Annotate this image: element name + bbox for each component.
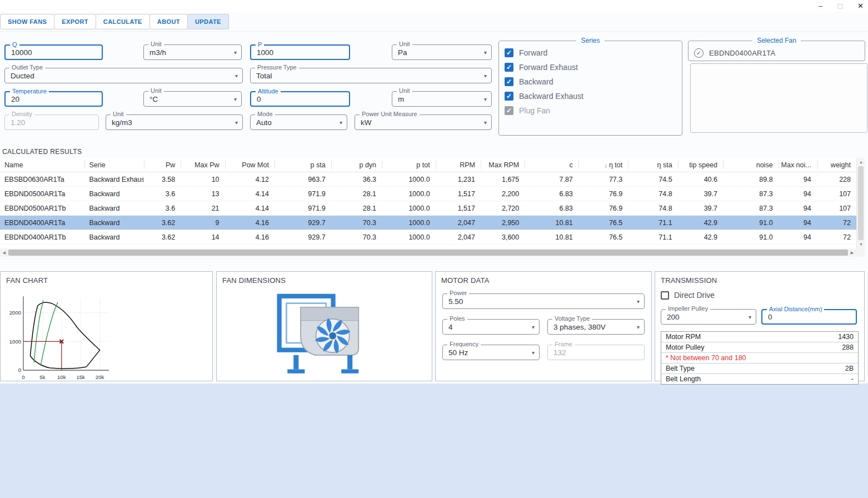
column-header-rpm[interactable]: RPM [436, 158, 481, 172]
scroll-right-icon[interactable]: ▶ [848, 248, 856, 257]
table-cell: 71.1 [628, 216, 677, 230]
table-cell: 4.16 [225, 216, 275, 230]
table-cell: 71.1 [628, 230, 677, 245]
direct-drive-option[interactable]: Direct Drive [661, 291, 859, 300]
column-header-weight[interactable]: weight [817, 158, 856, 172]
field-label: Unit [397, 41, 412, 47]
toolbar-button-export[interactable]: EXPORT [54, 14, 96, 29]
direct-drive-checkbox-icon [661, 291, 669, 300]
table-cell: 28.1 [331, 187, 382, 201]
series-option-backward[interactable]: ✓Backward [505, 74, 676, 89]
mode-select[interactable]: Mode Auto ▾ [250, 114, 347, 130]
horizontal-scrollbar[interactable]: ◀ ▶ [0, 248, 856, 257]
column-header-c[interactable]: c [525, 158, 578, 172]
pressure-type-select[interactable]: Pressure Type Total ▾ [250, 68, 492, 83]
frequency-select[interactable]: Frequency 50 Hz ▾ [442, 345, 540, 360]
table-cell: 1000.0 [382, 187, 436, 201]
table-row[interactable]: EBDND0500AR1TbBackward3.6214.14971.928.1… [0, 201, 856, 216]
density-unit-select[interactable]: Unit kg/m3 ▾ [106, 114, 243, 130]
table-cell: Backward [84, 187, 144, 201]
scroll-down-icon[interactable]: ▼ [857, 240, 865, 248]
outlet-type-select[interactable]: Outlet Type Ducted ▾ [4, 68, 243, 83]
column-header-sta[interactable]: η sta [628, 158, 677, 172]
column-header-p-tot[interactable]: p tot [382, 158, 436, 172]
field-label: Density [9, 111, 34, 117]
column-header-pow-mot[interactable]: Pow Mot [225, 158, 275, 172]
vertical-scroll-thumb[interactable] [858, 166, 864, 240]
impeller-pulley-select[interactable]: Impeller Pulley 200 ▾ [661, 309, 756, 325]
flow-unit-select[interactable]: Unit m3/h ▾ [143, 44, 242, 60]
field-value: 1.20 [11, 118, 25, 127]
altitude-unit-select[interactable]: Unit m ▾ [392, 91, 492, 107]
power-select[interactable]: Power 5.50 ▾ [442, 293, 645, 309]
field-value: 20 [11, 95, 19, 103]
table-cell: 7.87 [525, 172, 578, 187]
table-cell: 2,950 [481, 216, 525, 230]
column-header-pw[interactable]: Pw [144, 158, 181, 172]
field-value: 0 [257, 95, 261, 103]
table-row[interactable]: EBDND0500AR1TaBackward3.6134.14971.928.1… [0, 187, 856, 201]
column-header-p-dyn[interactable]: p dyn [331, 158, 382, 172]
table-cell: 6.83 [525, 187, 578, 201]
power-unit-measure-select[interactable]: Power Unit Measure kW ▾ [355, 114, 492, 130]
selected-fan-column: Selected Fan ✓ EBDND0400AR1TA [688, 31, 865, 142]
table-cell: 94 [779, 187, 817, 201]
pressure-unit-select[interactable]: Unit Pa ▾ [392, 44, 492, 60]
column-header-serie[interactable]: Serie [84, 158, 144, 172]
flow-rate-input[interactable]: Q 10000 [4, 44, 103, 60]
inputs-panel: Q 10000 Unit m3/h ▾ P 1000 Unit Pa ▾ [0, 31, 496, 142]
field-label: Power Unit Measure [360, 111, 420, 117]
toolbar-button-update[interactable]: UPDATE [187, 14, 229, 29]
field-label: Temperature [10, 88, 49, 94]
temperature-unit-select[interactable]: Unit °C ▾ [143, 91, 242, 107]
temperature-input[interactable]: Temperature 20 [4, 91, 103, 107]
efficiency-curve [34, 300, 43, 362]
table-row[interactable]: EBDND0400AR1TaBackward3.6294.16929.770.3… [0, 216, 856, 230]
table-cell: 971.9 [275, 201, 331, 216]
minimize-icon[interactable]: – [819, 0, 822, 12]
toolbar-button-about[interactable]: ABOUT [149, 14, 188, 29]
pressure-input[interactable]: P 1000 [250, 44, 350, 60]
horizontal-scroll-thumb[interactable] [8, 250, 848, 256]
column-header-name[interactable]: Name [0, 158, 84, 172]
series-option-forward[interactable]: ✓Forward [505, 46, 676, 60]
table-cell: 107 [817, 201, 856, 216]
field-value: 10000 [11, 48, 32, 57]
direct-drive-label: Direct Drive [674, 291, 715, 300]
vertical-scrollbar[interactable]: ▲ ▼ [856, 158, 865, 248]
table-cell: 929.7 [275, 216, 331, 230]
table-cell: 76.5 [578, 230, 628, 245]
table-cell: EBDND0400AR1Tb [0, 230, 84, 245]
table-cell: 74.8 [628, 187, 677, 201]
table-cell: 1,517 [436, 187, 481, 201]
table-row[interactable]: EBDND0400AR1TbBackward3.62144.16929.770.… [0, 230, 856, 245]
x-tick-label: 0 [22, 374, 24, 380]
toolbar-button-show-fans[interactable]: SHOW FANS [0, 14, 54, 29]
axial-distance-input[interactable]: Axial Distance(mm) 0 [761, 309, 857, 325]
poles-select[interactable]: Poles 4 ▾ [442, 319, 540, 335]
table-cell: 1,231 [436, 172, 481, 187]
scroll-up-icon[interactable]: ▲ [857, 158, 865, 166]
checkbox-icon: ✓ [505, 92, 513, 101]
column-header-p-sta[interactable]: p sta [275, 158, 331, 172]
scroll-left-icon[interactable]: ◀ [0, 248, 8, 257]
toolbar-button-calculate[interactable]: CALCULATE [96, 14, 150, 29]
checkbox-icon: ✓ [505, 48, 513, 57]
table-cell: 72 [817, 216, 856, 230]
voltage-type-select[interactable]: Voltage Type 3 phases, 380V ▾ [547, 319, 645, 335]
altitude-input[interactable]: Altitude 0 [250, 91, 350, 107]
column-header-noise[interactable]: noise [723, 158, 779, 172]
series-option-backward-exhaust[interactable]: ✓Backward Exhaust [505, 89, 676, 103]
selected-fan-item[interactable]: ✓ EBDND0400AR1TA [694, 46, 859, 60]
column-header-max-pw[interactable]: Max Pw [181, 158, 225, 172]
column-header-max-rpm[interactable]: Max RPM [481, 158, 525, 172]
table-cell: 1,675 [481, 172, 525, 187]
close-icon[interactable]: ✕ [857, 0, 864, 12]
selected-fan-panel: Selected Fan ✓ EBDND0400AR1TA [688, 37, 865, 61]
maximize-icon[interactable]: ◻ [837, 0, 843, 12]
column-header-tot[interactable]: ↓η tot [578, 158, 628, 172]
series-option-forward-exhaust[interactable]: ✓Forward Exhaust [505, 60, 676, 74]
column-header-tip-speed[interactable]: tip speed [678, 158, 723, 172]
column-header-max-noi[interactable]: Max noi... [779, 158, 817, 172]
table-row[interactable]: EBSBD0630AR1TaBackward Exhaust3.58104.12… [0, 172, 856, 187]
